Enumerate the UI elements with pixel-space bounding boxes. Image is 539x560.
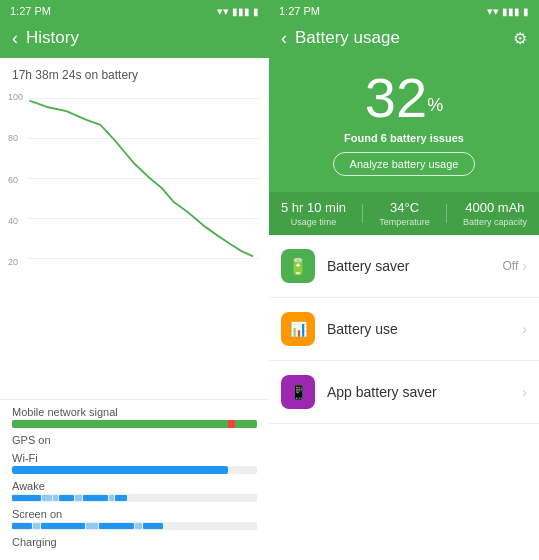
gps-row: GPS on <box>12 434 257 446</box>
stat-temperature: 34°C Temperature <box>379 200 430 227</box>
battery-saver-chevron: › <box>522 258 527 274</box>
settings-gear-icon[interactable]: ⚙ <box>513 29 527 48</box>
awake-row: Awake <box>12 480 257 502</box>
battery-duration: 17h 38m 24s on battery <box>0 58 269 88</box>
chart-label-80: 80 <box>8 133 23 143</box>
percent-sign: % <box>427 95 443 115</box>
battery-hero: 32% Found 6 battery issues Analyze batte… <box>269 58 539 192</box>
battery-icon: ▮ <box>253 6 259 17</box>
battery-saver-icon: 🔋 <box>281 249 315 283</box>
battery-use-item[interactable]: 📊 Battery use › <box>269 298 539 361</box>
battery-chart-area: 100 80 60 40 20 <box>0 88 269 399</box>
app-battery-saver-chevron: › <box>522 384 527 400</box>
app-battery-saver-item[interactable]: 📱 App battery saver › <box>269 361 539 424</box>
battery-menu-list: 🔋 Battery saver Off › 📊 Battery use › 📱 … <box>269 235 539 560</box>
right-signal-icon: ▮▮▮ <box>502 6 520 17</box>
right-back-button[interactable]: ‹ <box>281 28 287 49</box>
signal-icon: ▮▮▮ <box>232 6 250 17</box>
wifi-icon: ▾▾ <box>217 5 229 18</box>
right-wifi-icon: ▾▾ <box>487 5 499 18</box>
right-page-title: Battery usage <box>295 28 400 48</box>
gps-label: GPS on <box>12 434 257 446</box>
chart-label-20: 20 <box>8 257 23 267</box>
wifi-row: Wi-Fi <box>12 452 257 474</box>
left-back-button[interactable]: ‹ <box>12 28 18 49</box>
left-panel: 1:27 PM ▾▾ ▮▮▮ ▮ ‹ History 17h 38m 24s o… <box>0 0 269 560</box>
app-battery-saver-label: App battery saver <box>327 384 522 400</box>
charging-row: Charging <box>12 536 257 548</box>
screen-label: Screen on <box>12 508 257 520</box>
right-nav-left: ‹ Battery usage <box>281 28 400 49</box>
left-time: 1:27 PM <box>10 5 51 17</box>
stat-temp-label: Temperature <box>379 217 430 227</box>
battery-percent-container: 32% <box>365 70 443 126</box>
screen-bar <box>12 522 257 530</box>
app-battery-saver-icon: 📱 <box>281 375 315 409</box>
stat-divider-1 <box>362 204 363 223</box>
mobile-signal-bar <box>12 420 257 428</box>
battery-issues-text: Found 6 battery issues <box>344 132 464 144</box>
stat-capacity-label: Battery capacity <box>463 217 527 227</box>
chart-y-labels: 100 80 60 40 20 <box>8 92 23 267</box>
stat-capacity: 4000 mAh Battery capacity <box>463 200 527 227</box>
stat-divider-2 <box>446 204 447 223</box>
stat-usage-label: Usage time <box>291 217 337 227</box>
screen-row: Screen on <box>12 508 257 530</box>
battery-stats: 5 hr 10 min Usage time 34°C Temperature … <box>269 192 539 235</box>
battery-saver-item[interactable]: 🔋 Battery saver Off › <box>269 235 539 298</box>
battery-use-icon: 📊 <box>281 312 315 346</box>
right-status-bar: 1:27 PM ▾▾ ▮▮▮ ▮ <box>269 0 539 22</box>
charging-label: Charging <box>12 536 257 548</box>
stat-capacity-value: 4000 mAh <box>465 200 524 215</box>
right-battery-icon: ▮ <box>523 6 529 17</box>
stat-usage-time: 5 hr 10 min Usage time <box>281 200 346 227</box>
issues-prefix: Found <box>344 132 381 144</box>
issues-suffix: battery issues <box>387 132 464 144</box>
left-status-bar: 1:27 PM ▾▾ ▮▮▮ ▮ <box>0 0 269 22</box>
right-time: 1:27 PM <box>279 5 320 17</box>
mobile-signal-label: Mobile network signal <box>12 406 257 418</box>
chart-label-100: 100 <box>8 92 23 102</box>
signal-section: Mobile network signal GPS on Wi-Fi Awake <box>0 399 269 560</box>
wifi-label: Wi-Fi <box>12 452 257 464</box>
battery-use-label: Battery use <box>327 321 522 337</box>
right-panel: 1:27 PM ▾▾ ▮▮▮ ▮ ‹ Battery usage ⚙ 32% F… <box>269 0 539 560</box>
battery-saver-value: Off <box>503 259 519 273</box>
chart-label-60: 60 <box>8 175 23 185</box>
left-nav-bar: ‹ History <box>0 22 269 58</box>
battery-chart-svg <box>8 88 261 288</box>
stat-temp-value: 34°C <box>390 200 419 215</box>
wifi-bar <box>12 466 257 474</box>
mobile-signal-row: Mobile network signal <box>12 406 257 428</box>
left-page-title: History <box>26 28 79 48</box>
analyze-button[interactable]: Analyze battery usage <box>333 152 476 176</box>
battery-percent-value: 32 <box>365 70 427 126</box>
battery-use-chevron: › <box>522 321 527 337</box>
right-status-icons: ▾▾ ▮▮▮ ▮ <box>487 5 529 18</box>
right-nav-bar: ‹ Battery usage ⚙ <box>269 22 539 58</box>
battery-saver-label: Battery saver <box>327 258 503 274</box>
stat-usage-value: 5 hr 10 min <box>281 200 346 215</box>
chart-label-40: 40 <box>8 216 23 226</box>
left-status-icons: ▾▾ ▮▮▮ ▮ <box>217 5 259 18</box>
awake-label: Awake <box>12 480 257 492</box>
awake-bar <box>12 494 257 502</box>
